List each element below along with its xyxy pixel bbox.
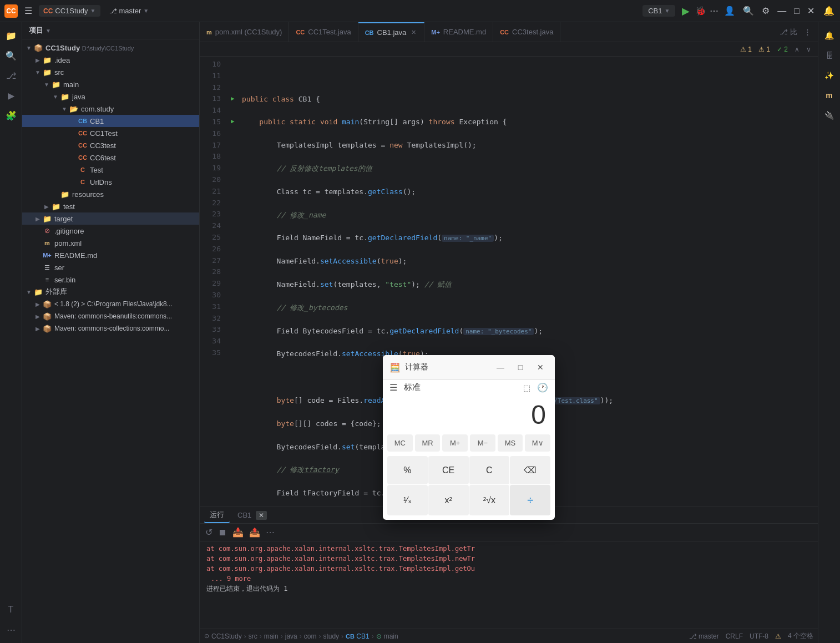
tab-cc3test[interactable]: CC CC3test.java [493,22,560,42]
tab-close-cb1[interactable]: ✕ [409,29,417,37]
calc-sqrt-button[interactable]: ²√x [469,485,510,515]
check-count[interactable]: ✓ 2 [777,45,788,53]
run-gutter-12[interactable]: ▶ [231,117,242,126]
tree-item-maven-bean[interactable]: ▶ 📦 Maven: commons-beanutils:commons... [22,310,199,322]
calc-minimize-button[interactable]: — [493,360,508,375]
tree-item-pomxml[interactable]: m pom.xml [22,237,199,249]
right-sidebar-ai[interactable]: ✨ [821,67,838,84]
calc-percent-button[interactable]: % [387,456,428,484]
calc-close-button[interactable]: ✕ [533,360,548,375]
settings-button[interactable]: ⚙ [761,4,771,17]
debug-button[interactable]: 🐞 [695,6,706,16]
tree-item-maven-coll[interactable]: ▶ 📦 Maven: commons-collections:commo... [22,322,199,335]
calc-history-icon[interactable]: 🕐 [537,382,548,393]
tree-item-main[interactable]: ▼ 📁 main [22,78,199,90]
tree-item-cc1test[interactable]: CC CC1Test [22,127,199,139]
tree-item-serbin[interactable]: ≡ ser.bin [22,274,199,286]
run-scroll-up-button[interactable]: 📤 [248,526,261,539]
tree-item-idea[interactable]: ▶ 📁 .idea [22,54,199,66]
tree-item-ser[interactable]: ☰ ser [22,261,199,274]
sidebar-item-find[interactable]: 🔍 [2,47,20,64]
tree-item-src[interactable]: ▼ 📁 src [22,66,199,78]
sidebar-item-terminal[interactable]: T [2,601,20,619]
run-config-selector[interactable]: CB1 ▼ [642,5,675,17]
menu-icon[interactable]: ☰ [22,3,34,18]
breadcrumb-com[interactable]: com [304,632,317,640]
breadcrumb-study[interactable]: study [323,632,339,640]
tree-item-urldns[interactable]: C UrlDns [22,176,199,188]
tree-item-gitignore[interactable]: ⊘ .gitignore [22,225,199,237]
calc-maximize-button[interactable]: □ [513,360,528,375]
sidebar-item-vcs[interactable]: ⎇ [2,67,20,84]
run-settings-button[interactable]: ⋯ [265,526,276,539]
notification-button[interactable]: 🔔 [822,4,836,17]
right-sidebar-notifications[interactable]: 🔔 [821,27,838,44]
maximize-button[interactable]: □ [793,5,801,17]
tab-cb1java[interactable]: CB CB1.java ✕ [358,22,425,42]
tree-item-cc3test[interactable]: CC CC3test [22,139,199,151]
sidebar-item-project[interactable]: 📁 [2,27,20,44]
tree-item-cb1[interactable]: CB CB1 [22,115,199,127]
calc-sci-icon[interactable]: ⬚ [523,383,530,392]
calc-ce-button[interactable]: CE [428,456,469,484]
calc-menu-icon[interactable]: ☰ [389,382,397,393]
calc-mplus-button[interactable]: M+ [442,434,468,452]
bottom-tab-cb1-close[interactable]: ✕ [256,511,267,520]
right-sidebar-db[interactable]: 🗄 [821,47,838,64]
run-stop-button[interactable]: ⏹ [217,526,228,539]
statusbar-encoding[interactable]: UTF-8 [750,632,768,640]
tab-readme[interactable]: M+ README.md [424,22,493,42]
close-button[interactable]: ✕ [806,4,816,17]
tree-item-jdk[interactable]: ▶ 📦 < 1.8 (2) > C:\Program Files\Java\jd… [22,298,199,310]
right-sidebar-m[interactable]: m [821,87,838,104]
tree-item-cc6test[interactable]: CC CC6test [22,151,199,164]
more-actions-button[interactable]: ⋯ [710,6,718,16]
tab-settings-button[interactable]: ⋮ [802,27,813,37]
gutter-nav-down[interactable]: ∨ [806,45,811,53]
tree-item-test-class[interactable]: C Test [22,164,199,176]
warning-count-1[interactable]: ⚠ 1 [740,45,752,53]
project-header-title[interactable]: 项目 [29,26,43,36]
tab-pomxml[interactable]: m pom.xml (CC1Study) [200,22,289,42]
breadcrumb-src[interactable]: src [249,632,257,640]
breadcrumb-main-func[interactable]: main [384,632,398,640]
project-selector[interactable]: CC CC1Study ▼ [39,5,100,17]
statusbar-spaces[interactable]: 4 个空格 [788,631,813,641]
sidebar-item-more-tools[interactable]: ⋯ [2,621,20,639]
calc-mr-button[interactable]: MR [415,434,441,452]
tree-item-java[interactable]: ▼ 📁 java [22,90,199,103]
statusbar-lf[interactable]: CRLF [726,632,743,640]
bottom-tab-cb1[interactable]: CB1 ✕ [232,509,272,522]
calc-backspace-button[interactable]: ⌫ [510,456,550,484]
tree-item-cc1study[interactable]: ▼ 📦 CC1Study D:\study\CC1Study [22,42,199,54]
tab-cc1test[interactable]: CC CC1Test.java [289,22,358,42]
tree-item-readme[interactable]: M+ README.md [22,249,199,261]
tree-item-resources[interactable]: 📁 resources [22,188,199,200]
tree-item-test-dir[interactable]: ▶ 📁 test [22,200,199,212]
minimize-button[interactable]: — [776,5,787,17]
run-button[interactable]: ▶ [680,4,692,18]
tree-item-comstudy[interactable]: ▼ 📂 com.study [22,103,199,115]
run-gutter-11[interactable]: ▶ [231,94,242,104]
breadcrumb-root[interactable]: CC1Study [211,632,242,640]
git-compare-button[interactable]: ⎇ 比 [777,26,799,38]
calc-ms-button[interactable]: MS [498,434,523,452]
breadcrumb-java[interactable]: java [285,632,297,640]
calc-sq-button[interactable]: x² [428,485,469,515]
calc-mv-button[interactable]: M∨ [525,434,550,452]
calc-c-button[interactable]: C [469,456,510,484]
sidebar-item-run2[interactable]: ▶ [2,87,20,104]
calc-inv-button[interactable]: ¹∕ₓ [387,485,428,515]
statusbar-warnings[interactable]: ⚠ [775,632,781,640]
tree-item-ext-libs[interactable]: ▼ 📁 外部库 [22,286,199,298]
tree-item-target[interactable]: ▶ 📁 target [22,212,199,225]
sidebar-item-plugins[interactable]: 🧩 [2,107,20,124]
warning-count-2[interactable]: ⚠ 1 [758,45,770,53]
breadcrumb-file[interactable]: CB CB1 [346,632,370,640]
run-rerun-button[interactable]: ↺ [204,526,214,539]
right-sidebar-plugins[interactable]: 🔌 [821,107,838,124]
profile-button[interactable]: 👤 [723,4,736,17]
calc-divide-button[interactable]: ÷ [510,485,550,515]
statusbar-git[interactable]: ⎇ master [689,632,719,640]
branch-selector[interactable]: ⎇ master ▼ [105,5,154,17]
